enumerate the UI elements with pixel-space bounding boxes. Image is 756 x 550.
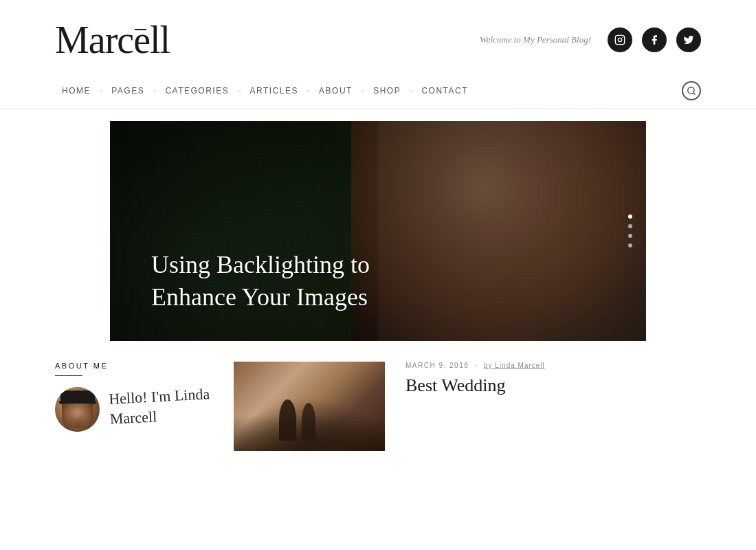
bottom-section: ABOUT ME Hello! I'm LindaMarcell MARCH 9… [0, 341, 756, 451]
signature-text: Hello! I'm LindaMarcell [109, 384, 212, 429]
nav-link-contact[interactable]: CONTACT [414, 86, 475, 96]
instagram-icon[interactable] [608, 28, 632, 52]
article-title: Best Wedding [405, 375, 701, 396]
article-meta-sep: × [474, 362, 478, 369]
main-nav: HOME × PAGES × CATEGORIES × ARTICLES × A… [0, 73, 756, 109]
nav-sep-2: × [151, 87, 158, 95]
nav-links: HOME × PAGES × CATEGORIES × ARTICLES × A… [55, 86, 475, 96]
site-header: Marcell Welcome to My Personal Blog! [0, 0, 756, 73]
hero-dot-1[interactable] [628, 214, 632, 219]
hero-wrapper: Using Backlighting to Enhance Your Image… [0, 109, 756, 341]
nav-sep-1: × [98, 87, 104, 95]
hero-dot-3[interactable] [628, 234, 632, 238]
article-preview: MARCH 9, 2018 × by Linda Marcell Best We… [405, 362, 701, 451]
twitter-icon[interactable] [676, 28, 701, 52]
article-meta: MARCH 9, 2018 × by Linda Marcell [405, 362, 701, 369]
nav-item-home[interactable]: HOME [55, 86, 98, 96]
about-title-underline [55, 375, 82, 376]
hero-dot-2[interactable] [628, 224, 632, 228]
nav-item-shop[interactable]: SHOP [366, 86, 408, 96]
about-sidebar: ABOUT ME Hello! I'm LindaMarcell [55, 362, 213, 451]
hero-dots [628, 214, 632, 248]
nav-link-home[interactable]: HOME [55, 86, 98, 96]
nav-sep-6: × [408, 87, 414, 95]
svg-point-2 [622, 37, 623, 38]
nav-link-categories[interactable]: CATEGORIES [158, 86, 236, 96]
svg-line-4 [693, 92, 696, 94]
facebook-icon[interactable] [642, 28, 667, 52]
svg-point-1 [618, 38, 621, 41]
site-logo[interactable]: Marcell [55, 21, 170, 59]
hero-section: Using Backlighting to Enhance Your Image… [110, 121, 646, 341]
about-title: ABOUT ME [55, 362, 213, 370]
hero-dot-4[interactable] [628, 243, 632, 248]
featured-image[interactable] [234, 362, 385, 451]
nav-sep-3: × [236, 87, 243, 95]
avatar [55, 387, 100, 432]
hero-title: Using Backlighting to Enhance Your Image… [151, 249, 426, 314]
nav-item-categories[interactable]: CATEGORIES [158, 86, 236, 96]
article-date: MARCH 9, 2018 [405, 362, 469, 369]
nav-link-articles[interactable]: ARTICLES [243, 86, 304, 96]
nav-link-about[interactable]: ABOUT [312, 86, 359, 96]
svg-rect-0 [615, 35, 624, 44]
nav-item-about[interactable]: ABOUT [312, 86, 359, 96]
nav-sep-4: × [305, 87, 312, 95]
article-author[interactable]: by Linda Marcell [484, 362, 545, 369]
about-content: Hello! I'm LindaMarcell [55, 387, 213, 432]
nav-link-shop[interactable]: SHOP [366, 86, 408, 96]
hero-text: Using Backlighting to Enhance Your Image… [151, 249, 426, 314]
search-button[interactable] [682, 81, 701, 100]
header-right: Welcome to My Personal Blog! [480, 28, 701, 52]
nav-sep-5: × [359, 87, 366, 95]
about-signature: Hello! I'm LindaMarcell [109, 387, 210, 426]
nav-link-pages[interactable]: PAGES [104, 86, 151, 96]
nav-item-articles[interactable]: ARTICLES [243, 86, 304, 96]
header-tagline: Welcome to My Personal Blog! [480, 34, 591, 45]
search-icon[interactable] [682, 81, 701, 100]
nav-item-pages[interactable]: PAGES [104, 86, 151, 96]
nav-item-contact[interactable]: CONTACT [414, 86, 475, 96]
